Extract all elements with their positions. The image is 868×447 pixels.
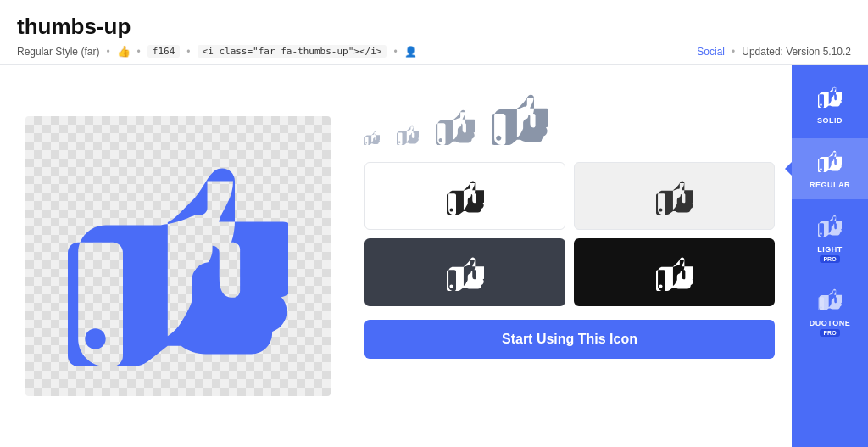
meta-right: Social • Updated: Version 5.10.2 bbox=[697, 46, 851, 58]
regular-icon bbox=[818, 148, 842, 177]
duotone-pro-badge: PRO bbox=[820, 329, 839, 337]
sidebar-item-light[interactable]: LIGHT PRO bbox=[792, 203, 868, 273]
sidebar-item-duotone[interactable]: DUOTONE PRO bbox=[792, 277, 868, 347]
swatch-light-gray[interactable] bbox=[574, 162, 775, 230]
size-sm[interactable] bbox=[397, 123, 419, 145]
duotone-label: DUOTONE bbox=[810, 319, 850, 327]
swatch-black[interactable] bbox=[574, 238, 775, 306]
large-thumbs-up-icon bbox=[68, 146, 288, 366]
size-xs[interactable] bbox=[364, 130, 380, 145]
size-variants-row bbox=[364, 82, 775, 152]
size-lg[interactable] bbox=[492, 89, 548, 145]
solid-label: SOLID bbox=[817, 116, 843, 125]
header: thumbs-up Regular Style (far) • 👍 • f164… bbox=[0, 0, 868, 65]
version-text: Updated: Version 5.10.2 bbox=[742, 46, 851, 58]
code-snippet[interactable]: <i class="far fa-thumbs-up"></i> bbox=[198, 45, 387, 58]
sidebar-item-solid[interactable]: SOLID bbox=[792, 74, 868, 135]
solid-icon bbox=[818, 84, 842, 113]
icon-preview-panel bbox=[0, 65, 356, 447]
sidebar-item-regular[interactable]: REGULAR bbox=[792, 138, 868, 199]
light-pro-badge: PRO bbox=[820, 255, 839, 263]
style-label: Regular Style (far) bbox=[17, 46, 99, 58]
checkerboard-bg bbox=[25, 116, 331, 396]
size-md[interactable] bbox=[436, 106, 475, 145]
thumbs-icon-meta: 👍 bbox=[117, 45, 131, 58]
unicode-value[interactable]: f164 bbox=[147, 45, 181, 58]
category-link[interactable]: Social bbox=[697, 46, 725, 58]
duotone-icon bbox=[818, 287, 842, 316]
person-icon: 👤 bbox=[404, 46, 417, 58]
light-label: LIGHT bbox=[817, 245, 843, 254]
main-content: Start Using This Icon SOLID REGULAR bbox=[0, 65, 868, 447]
style-sidebar: SOLID REGULAR LIGHT PRO bbox=[792, 65, 868, 447]
meta-bar: Regular Style (far) • 👍 • f164 • <i clas… bbox=[17, 45, 851, 58]
swatch-grid bbox=[364, 162, 775, 306]
start-using-button[interactable]: Start Using This Icon bbox=[364, 320, 775, 359]
swatch-dark[interactable] bbox=[364, 238, 565, 306]
page-title: thumbs-up bbox=[17, 14, 851, 40]
regular-label: REGULAR bbox=[810, 181, 850, 189]
right-panel: Start Using This Icon bbox=[356, 65, 792, 447]
swatch-white[interactable] bbox=[364, 162, 565, 230]
light-icon bbox=[818, 213, 842, 242]
